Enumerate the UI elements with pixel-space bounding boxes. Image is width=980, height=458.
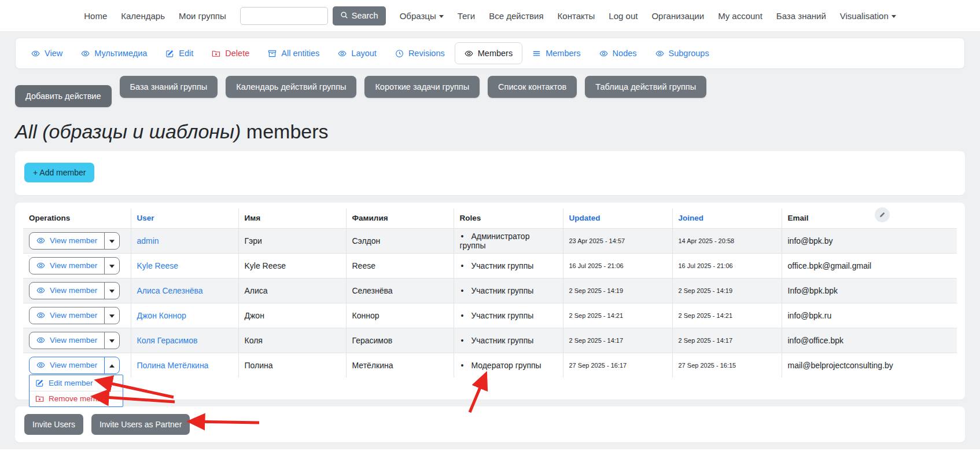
first-name-cell: Kyle Reese xyxy=(238,253,346,278)
tab-multimedia[interactable]: Мультимедиа xyxy=(72,44,156,63)
user-link[interactable]: admin xyxy=(137,236,159,246)
tab-layout[interactable]: Layout xyxy=(329,44,385,63)
add-member-button[interactable]: + Add member xyxy=(24,163,94,182)
edit-columns-icon[interactable] xyxy=(875,207,890,222)
eye-icon xyxy=(655,49,664,58)
tab-delete[interactable]: Delete xyxy=(203,44,258,63)
add-action-button[interactable]: Добавить действие xyxy=(15,85,112,107)
header-user-sort: User xyxy=(131,208,238,228)
row-actions-dropdown-menu: Edit member Remove member xyxy=(29,375,123,407)
remove-member-menu-item[interactable]: Remove member xyxy=(30,391,123,406)
view-member-button[interactable]: View member xyxy=(29,282,105,299)
group-knowledge-base-button[interactable]: База знаний группы xyxy=(120,76,218,98)
roles-cell: Участник группы xyxy=(454,253,563,278)
user-link[interactable]: Kyle Reese xyxy=(137,261,179,270)
last-name-cell: Коннор xyxy=(346,303,454,328)
updated-cell: 23 Apr 2025 - 14:57 xyxy=(563,228,672,253)
last-name-cell: Герасимов xyxy=(346,328,454,353)
joined-cell: 2 Sep 2025 - 14:19 xyxy=(672,278,782,303)
entity-tabs-bar: View Мультимедиа Edit Delete All entitie… xyxy=(15,38,965,69)
nav-all-actions[interactable]: Все действия xyxy=(489,11,543,21)
tab-nodes[interactable]: Nodes xyxy=(591,44,646,63)
tab-members-active[interactable]: Members xyxy=(455,42,522,64)
roles-cell: Участник группы xyxy=(454,328,563,353)
last-name-cell: Сэлдон xyxy=(346,228,454,253)
nav-tags[interactable]: Теги xyxy=(458,11,476,21)
nav-home[interactable]: Home xyxy=(84,11,107,21)
user-link[interactable]: Полина Метёлкина xyxy=(137,361,209,370)
user-link[interactable]: Коля Герасимов xyxy=(137,336,198,345)
table-row: View member Edit member Remove member По… xyxy=(23,353,957,378)
header-roles: Roles xyxy=(454,208,563,228)
view-member-caret-button[interactable] xyxy=(104,357,120,374)
view-member-caret-button[interactable] xyxy=(104,332,120,349)
table-row: View member Джон Коннор Джон Коннор Учас… xyxy=(23,303,957,328)
nav-knowledge-base[interactable]: База знаний xyxy=(776,11,826,21)
nav-samples-dropdown[interactable]: Образцы xyxy=(400,11,444,21)
archive-icon xyxy=(268,49,277,58)
view-member-button-group: View member xyxy=(29,332,120,349)
nav-my-groups[interactable]: Мои группы xyxy=(179,11,226,21)
group-actions-calendar-button[interactable]: Календарь действий группы xyxy=(226,76,356,98)
search-icon xyxy=(340,11,348,21)
group-short-tasks-button[interactable]: Короткие задачи группы xyxy=(364,76,480,98)
nav-calendar[interactable]: Календарь xyxy=(121,11,165,21)
view-member-button[interactable]: View member xyxy=(29,257,105,274)
nav-contacts[interactable]: Контакты xyxy=(558,11,595,21)
tab-members-list[interactable]: Members xyxy=(524,44,589,63)
nav-log-out[interactable]: Log out xyxy=(609,11,638,21)
nav-visualisation-dropdown[interactable]: Visualisation xyxy=(840,11,896,21)
eye-icon xyxy=(81,49,90,58)
tab-all-entities[interactable]: All entities xyxy=(259,44,328,63)
view-member-button-group: View member xyxy=(29,282,120,299)
user-link[interactable]: Алиса Селезнёва xyxy=(137,286,203,295)
nav-my-account[interactable]: My account xyxy=(718,11,762,21)
last-name-cell: Метёлкина xyxy=(346,353,454,378)
search-button[interactable]: Search xyxy=(333,6,386,25)
invite-actions-strip: Invite Users Invite Users as Partner xyxy=(15,406,965,442)
contacts-list-button[interactable]: Список контактов xyxy=(488,76,577,98)
folder-x-icon xyxy=(212,49,220,58)
caret-down-icon xyxy=(109,261,115,270)
invite-users-as-partner-button[interactable]: Invite Users as Partner xyxy=(91,414,190,435)
header-operations: Operations xyxy=(23,208,131,228)
invite-users-button[interactable]: Invite Users xyxy=(24,414,83,435)
eye-icon xyxy=(36,311,45,320)
updated-cell: 16 Jul 2025 - 21:06 xyxy=(563,253,672,278)
joined-cell: 14 Apr 2025 - 20:58 xyxy=(672,228,782,253)
view-member-button[interactable]: View member xyxy=(29,357,105,374)
members-table: Operations User Имя Фамилия Roles Update… xyxy=(23,208,957,378)
user-link[interactable]: Джон Коннор xyxy=(137,311,186,320)
caret-down-icon xyxy=(109,236,115,245)
email-cell: info@office.bpk xyxy=(782,328,957,353)
view-member-caret-button[interactable] xyxy=(104,307,120,324)
view-member-button[interactable]: View member xyxy=(29,232,105,250)
caret-down-icon xyxy=(109,336,115,345)
view-member-button-group-open: View member Edit member Remove member xyxy=(29,357,120,374)
footer-strip xyxy=(0,449,980,458)
caret-down-icon xyxy=(439,15,444,18)
view-member-caret-button[interactable] xyxy=(104,232,120,250)
table-row: View member admin Гэри Сэлдон Администра… xyxy=(23,228,957,253)
folder-x-icon xyxy=(35,394,44,403)
first-name-cell: Гэри xyxy=(238,228,346,253)
header-joined-sort: Joined xyxy=(672,208,782,228)
tab-view[interactable]: View xyxy=(23,44,71,63)
tab-revisions[interactable]: Revisions xyxy=(386,44,454,63)
view-member-button[interactable]: View member xyxy=(29,332,105,349)
nav-organizations[interactable]: Организации xyxy=(651,11,704,21)
group-actions-table-button[interactable]: Таблица действий группы xyxy=(585,76,706,98)
joined-cell: 2 Sep 2025 - 14:21 xyxy=(672,303,782,328)
edit-member-menu-item[interactable]: Edit member xyxy=(30,375,123,391)
eye-icon xyxy=(36,261,45,270)
clock-icon xyxy=(395,49,404,58)
tab-subgroups[interactable]: Subgroups xyxy=(647,44,718,63)
page-title: All (образцы и шаблоны) members xyxy=(15,119,965,144)
view-member-button[interactable]: View member xyxy=(29,307,105,324)
eye-icon xyxy=(338,49,347,58)
view-member-caret-button[interactable] xyxy=(104,257,120,274)
tab-edit[interactable]: Edit xyxy=(157,44,202,63)
search-input[interactable] xyxy=(240,7,328,25)
first-name-cell: Коля xyxy=(238,328,346,353)
view-member-caret-button[interactable] xyxy=(104,282,120,299)
